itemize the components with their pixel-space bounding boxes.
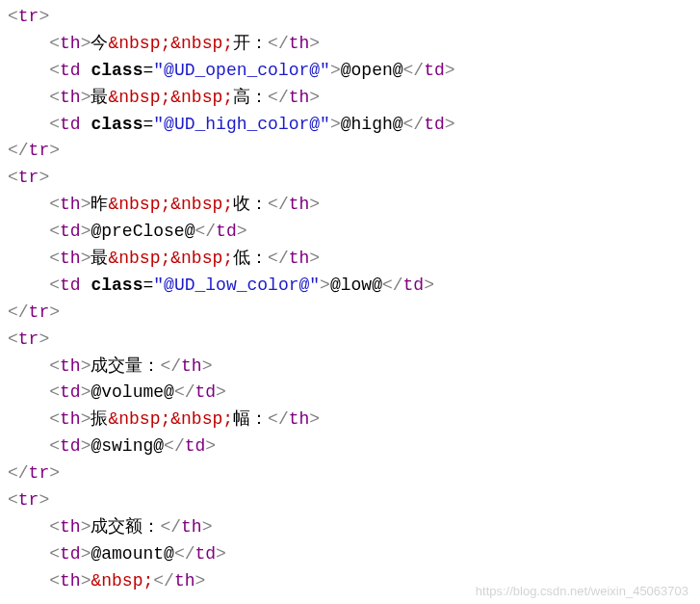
- text-swing-value: @swing@: [91, 436, 164, 456]
- text-open-label-1: 今: [91, 34, 108, 53]
- text-high-value: @high@: [341, 115, 403, 134]
- text-high-label-2: 高：: [233, 88, 268, 107]
- tag-tr: tr: [18, 7, 39, 26]
- tag-th: th: [60, 34, 81, 53]
- attr-value-low-color: "@UD_low_color@": [153, 276, 320, 295]
- text-open-value: @open@: [341, 61, 403, 80]
- tag-td: td: [60, 61, 81, 80]
- text-low-label-1: 最: [91, 249, 108, 268]
- text-high-label-1: 最: [91, 88, 108, 107]
- text-swing-label-1: 振: [91, 409, 108, 429]
- attr-class: class: [91, 61, 143, 80]
- attr-value-high-color: "@UD_high_color@": [153, 115, 330, 134]
- text-preclose-label-2: 收：: [233, 195, 268, 214]
- text-amount-value: @amount@: [91, 544, 173, 564]
- code-block: <tr> <th>今&nbsp;&nbsp;开：</th> <td class=…: [0, 0, 700, 595]
- entity-nbsp: &nbsp;: [108, 34, 170, 53]
- attr-value-open-color: "@UD_open_color@": [153, 61, 330, 80]
- text-swing-label-2: 幅：: [233, 409, 268, 429]
- entity-nbsp: &nbsp;: [170, 34, 233, 53]
- text-preclose-label-1: 昨: [91, 195, 108, 214]
- text-low-label-2: 低：: [233, 249, 268, 268]
- text-amount-label: 成交额：: [91, 517, 160, 537]
- watermark: https://blog.csdn.net/weixin_45063703: [476, 584, 688, 598]
- text-volume-value: @volume@: [91, 382, 173, 402]
- text-low-value: @low@: [330, 276, 382, 295]
- text-volume-label: 成交量：: [91, 356, 160, 376]
- text-open-label-2: 开：: [233, 34, 268, 53]
- text-preclose-value: @preClose@: [91, 222, 194, 241]
